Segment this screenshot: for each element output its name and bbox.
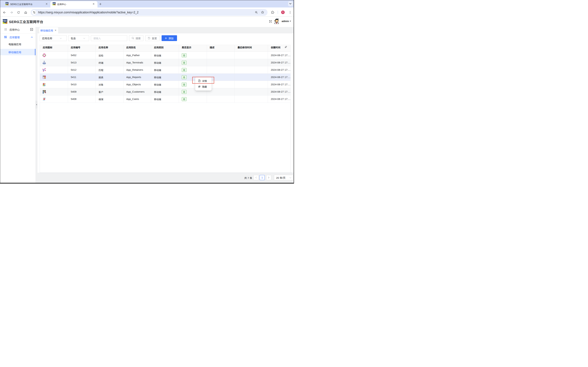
svg-text:Sample: Sample [6,4,8,4]
svg-text:Sample: Sample [4,21,6,22]
svg-text:v2: v2 [45,68,45,69]
svg-text:v1: v1 [43,69,43,69]
svg-text:Sample: Sample [53,4,55,4]
